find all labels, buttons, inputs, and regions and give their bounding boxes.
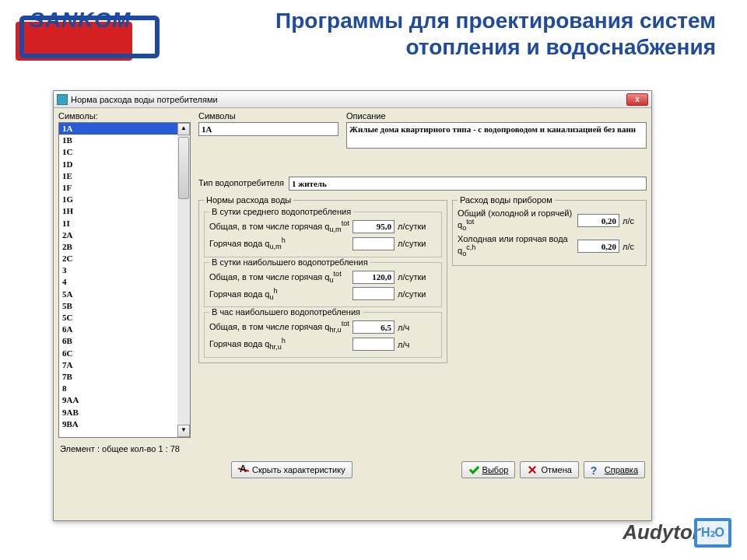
device-total-unit: л/с xyxy=(622,216,641,226)
list-item[interactable]: 1B xyxy=(59,135,177,146)
choose-button[interactable]: Выбор xyxy=(461,461,516,478)
help-button[interactable]: Справка xyxy=(584,461,645,478)
avg-total-input[interactable] xyxy=(352,220,395,233)
list-item[interactable]: 9AB xyxy=(59,407,177,418)
list-item[interactable]: 4 xyxy=(59,276,177,288)
device-legend: Расход воды прибором xyxy=(458,195,555,205)
avg-total-unit: л/сутки xyxy=(398,222,437,231)
symbol-input[interactable] xyxy=(198,122,338,136)
question-icon xyxy=(591,464,601,475)
avg-hot-unit: л/сутки xyxy=(398,239,437,248)
maxhour-hot-label: Горячая вода qhr,uh xyxy=(209,337,349,352)
avg-legend: В сутки среднего водопотребления xyxy=(209,207,353,216)
h2o-logo xyxy=(694,518,731,548)
maxhour-hot-input[interactable] xyxy=(352,338,395,351)
list-item[interactable]: 1G xyxy=(59,194,177,205)
list-item[interactable]: 5A xyxy=(59,289,177,300)
list-scrollbar[interactable]: ▲ ▼ xyxy=(177,123,190,437)
list-item[interactable]: 7A xyxy=(59,359,177,371)
norms-group: Нормы расхода воды В сутки среднего водо… xyxy=(198,200,447,363)
list-item[interactable]: 1D xyxy=(59,159,177,170)
list-item[interactable]: 6B xyxy=(59,335,177,347)
list-item[interactable]: 6A xyxy=(59,324,177,335)
maxhour-legend: В час наибольшего водопотребления xyxy=(209,307,363,317)
list-item[interactable]: 8 xyxy=(59,383,177,394)
device-total-input[interactable] xyxy=(577,214,619,227)
list-item[interactable]: 7B xyxy=(59,371,177,383)
symbols-label-left: Символы: xyxy=(58,111,191,121)
norms-legend: Нормы расхода воды xyxy=(204,195,293,205)
list-item[interactable]: 6C xyxy=(59,348,177,359)
list-item[interactable]: 5C xyxy=(59,312,177,324)
list-item[interactable]: 5B xyxy=(59,300,177,312)
device-group: Расход воды прибором Общий (холодной и г… xyxy=(452,200,647,266)
scroll-down-button[interactable]: ▼ xyxy=(177,425,190,437)
titlebar: Норма расхода воды потребителями x xyxy=(54,91,651,108)
maxday-hot-unit: л/сутки xyxy=(398,289,437,299)
page-header: SANKOM Программы для проектирования сист… xyxy=(0,0,747,68)
scroll-up-button[interactable]: ▲ xyxy=(177,123,190,135)
description-label: Описание xyxy=(346,111,647,121)
app-icon xyxy=(57,94,68,105)
maxday-total-unit: л/сутки xyxy=(398,272,437,282)
device-cold-label: Холодная или горячая вода qoc,h xyxy=(458,235,574,258)
list-item[interactable]: 1H xyxy=(59,205,177,217)
status-line: Элемент : общее кол-во 1 : 78 xyxy=(58,438,647,458)
cancel-button[interactable]: Отмена xyxy=(520,461,578,478)
maxhour-total-input[interactable] xyxy=(352,320,395,334)
device-cold-unit: л/с xyxy=(622,242,641,251)
symbols-listbox[interactable]: 1A1B1C1D1E1F1G1H1I2A2B2C345A5B5C6A6B6C7A… xyxy=(58,122,191,438)
maxhour-total-unit: л/ч xyxy=(398,323,437,332)
list-item[interactable]: 3 xyxy=(59,264,177,276)
description-field[interactable]: Жилые дома квартирного типа - с водопров… xyxy=(346,122,647,149)
device-total-label: Общий (холодной и горячей) qotot xyxy=(458,209,574,233)
maxhour-total-label: Общая, в том числе горячая qhr,utot xyxy=(209,320,349,334)
list-item[interactable]: 1F xyxy=(59,182,177,194)
maxday-legend: В сутки наибольшего водопотребления xyxy=(209,257,370,267)
consumer-type-input[interactable] xyxy=(289,177,647,191)
consumer-type-label: Тип водопотребителя xyxy=(198,178,284,187)
max-hour-subgroup: В час наибольшего водопотребления Общая,… xyxy=(204,312,442,358)
strike-icon xyxy=(238,464,249,475)
list-item[interactable]: 9AA xyxy=(59,394,177,406)
check-icon xyxy=(468,464,479,475)
maxhour-hot-unit: л/ч xyxy=(398,340,437,349)
avg-hot-input[interactable] xyxy=(352,237,395,250)
maxday-total-label: Общая, в том числе горячая qutot xyxy=(209,270,349,285)
list-item[interactable]: 1A xyxy=(59,123,177,135)
close-button[interactable]: x xyxy=(626,93,648,106)
list-item[interactable]: 2B xyxy=(59,241,177,253)
list-item[interactable]: 1E xyxy=(59,170,177,182)
max-day-subgroup: В сутки наибольшего водопотребления Обща… xyxy=(204,262,442,308)
maxday-hot-label: Горячая вода quh xyxy=(209,287,349,302)
page-title: Программы для проектирования систем отоп… xyxy=(156,8,724,61)
water-norms-dialog: Норма расхода воды потребителями x Симво… xyxy=(53,90,652,521)
list-item[interactable]: 2C xyxy=(59,253,177,264)
list-item[interactable]: 9BA xyxy=(59,418,177,430)
maxday-hot-input[interactable] xyxy=(352,287,395,300)
close-icon xyxy=(527,464,538,475)
list-item[interactable]: 1I xyxy=(59,218,177,229)
avg-hot-label: Горячая вода qu,mh xyxy=(209,236,349,251)
button-bar: Скрыть характеристику Выбор Отмена Справ… xyxy=(58,458,647,480)
avg-day-subgroup: В сутки среднего водопотребления Общая, … xyxy=(204,212,442,257)
maxday-total-input[interactable] xyxy=(352,271,395,284)
dialog-title: Норма расхода воды потребителями xyxy=(71,95,218,104)
scroll-thumb[interactable] xyxy=(178,137,189,199)
list-item[interactable]: 2A xyxy=(59,229,177,241)
watermark-text: Audytor xyxy=(622,520,700,544)
device-cold-input[interactable] xyxy=(577,240,619,253)
list-item[interactable]: 1C xyxy=(59,146,177,158)
vendor-logo: SANKOM xyxy=(16,8,156,62)
avg-total-label: Общая, в том числе горячая qu,mtot xyxy=(209,219,349,234)
hide-characteristic-button[interactable]: Скрыть характеристику xyxy=(231,461,352,478)
symbols-label-right: Символы xyxy=(198,111,338,121)
